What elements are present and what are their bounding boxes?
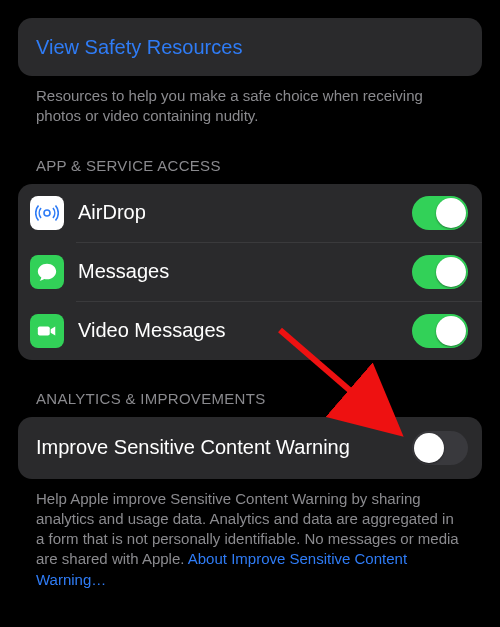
access-row-label: Video Messages xyxy=(78,319,412,342)
resources-group: View Safety Resources xyxy=(18,18,482,76)
access-row-messages: Messages xyxy=(18,243,482,301)
access-row-label: AirDrop xyxy=(78,201,412,224)
resources-footer: Resources to help you make a safe choice… xyxy=(18,76,482,127)
svg-rect-1 xyxy=(38,326,50,335)
analytics-group: Improve Sensitive Content Warning xyxy=(18,417,482,479)
improve-scw-toggle[interactable] xyxy=(412,431,468,465)
messages-toggle[interactable] xyxy=(412,255,468,289)
messages-icon xyxy=(30,255,64,289)
access-row-label: Messages xyxy=(78,260,412,283)
svg-point-0 xyxy=(44,210,50,216)
access-section-header: APP & SERVICE ACCESS xyxy=(18,127,482,184)
access-row-video-messages: Video Messages xyxy=(18,302,482,360)
view-safety-resources-row[interactable]: View Safety Resources xyxy=(18,18,482,76)
airdrop-toggle[interactable] xyxy=(412,196,468,230)
view-safety-resources-label: View Safety Resources xyxy=(36,36,242,59)
settings-sensitive-content-screen: View Safety Resources Resources to help … xyxy=(0,0,500,590)
analytics-footer: Help Apple improve Sensitive Content War… xyxy=(18,479,482,590)
airdrop-icon xyxy=(30,196,64,230)
video-messages-toggle[interactable] xyxy=(412,314,468,348)
video-messages-icon xyxy=(30,314,64,348)
improve-scw-label: Improve Sensitive Content Warning xyxy=(36,436,400,459)
access-group: AirDrop Messages xyxy=(18,184,482,360)
access-row-airdrop: AirDrop xyxy=(18,184,482,242)
analytics-section-header: ANALYTICS & IMPROVEMENTS xyxy=(18,360,482,417)
improve-scw-row: Improve Sensitive Content Warning xyxy=(18,417,482,479)
